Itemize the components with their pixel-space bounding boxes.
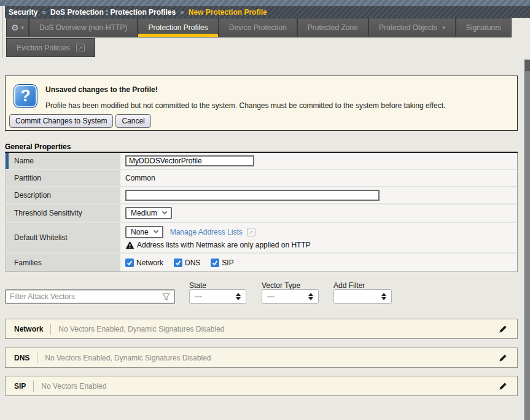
tab-label: DoS Overview (non-HTTP) — [39, 23, 127, 32]
row-label: Description — [14, 191, 51, 200]
table-row-partition: Partition Common — [6, 170, 517, 187]
vertical-scrollbar[interactable] — [524, 60, 530, 420]
external-link-icon: ↗ — [76, 44, 85, 52]
partition-value-cell: Common — [122, 170, 517, 186]
tab-protected-objects[interactable]: Protected Objects ▾ — [368, 18, 456, 37]
funnel-icon — [162, 293, 170, 301]
general-properties-heading: General Properties — [5, 142, 71, 151]
families-label-cell: Families — [6, 254, 122, 271]
partition-value: Common — [125, 174, 155, 182]
state-filter-select[interactable]: --- — [189, 289, 246, 304]
section-status: No Vectors Enabled, Dynamic Signatures D… — [45, 354, 211, 362]
threshold-selected-value: Medium — [131, 209, 157, 217]
table-row-threshold: Threshold Sensitivity Medium — [6, 204, 517, 223]
checkbox-sip[interactable] — [211, 259, 219, 267]
checkbox-label: SIP — [222, 259, 233, 267]
checkbox-dns[interactable] — [174, 259, 182, 267]
breadcrumb-separator: » — [180, 8, 184, 17]
row-label: Partition — [14, 174, 41, 182]
add-filter-select[interactable] — [333, 289, 392, 304]
up-down-arrows-icon — [308, 293, 313, 300]
edit-network-button[interactable] — [499, 325, 507, 333]
section-name: Network — [14, 325, 43, 333]
pencil-icon — [499, 354, 507, 362]
partition-label-cell: Partition — [6, 170, 122, 186]
chevron-down-icon: ▾ — [442, 25, 445, 31]
manage-address-lists-link[interactable]: Manage Address Lists — [170, 228, 243, 236]
checkbox-network[interactable] — [125, 259, 134, 267]
checkbox-label: Network — [136, 259, 163, 267]
external-link-icon: ↗ — [247, 228, 255, 236]
checkbox-label: DNS — [185, 259, 200, 267]
section-status: No Vectors Enabled — [41, 382, 106, 391]
tab-bar-row1: ⚙ ▾ DoS Overview (non-HTTP) Protection P… — [6, 18, 512, 37]
page: Security » DoS Protection : Protection P… — [0, 0, 530, 420]
edit-dns-button[interactable] — [499, 354, 507, 362]
state-filter-label: State — [189, 281, 206, 290]
up-down-arrows-icon — [236, 293, 241, 300]
tab-dos-overview[interactable]: DoS Overview (non-HTTP) — [29, 18, 138, 37]
breadcrumb-separator: » — [42, 8, 46, 17]
netmask-warning: Address lists with Netmask are only appl… — [125, 241, 311, 249]
sip-section-panel[interactable]: SIP No Vectors Enabled — [5, 376, 518, 396]
tab-options-gear[interactable]: ⚙ ▾ — [6, 18, 29, 37]
table-row-name: Name — [6, 153, 517, 170]
cancel-button[interactable]: Cancel — [115, 114, 150, 128]
section-name: DNS — [14, 354, 29, 362]
chevron-down-icon — [153, 228, 158, 233]
table-row-families: Families Network DNS — [6, 254, 517, 271]
tab-label: Protected Zone — [308, 23, 358, 32]
row-label: Threshold Sensitivity — [14, 209, 82, 217]
filter-attack-vectors-wrap — [5, 289, 175, 304]
tab-eviction-policies[interactable]: Eviction Policies ↗ — [6, 38, 95, 57]
threshold-select[interactable]: Medium — [125, 207, 172, 219]
add-filter-label: Add Filter — [333, 281, 365, 290]
divider — [37, 352, 37, 364]
divider — [33, 381, 34, 392]
tab-protected-zone[interactable]: Protected Zone — [297, 18, 368, 37]
scrollbar-thumb[interactable] — [525, 60, 530, 71]
tab-device-protection[interactable]: Device Protection — [219, 18, 297, 37]
description-field[interactable] — [125, 190, 380, 201]
pencil-icon — [499, 325, 507, 333]
row-label: Families — [14, 259, 42, 267]
tab-label: Device Protection — [229, 23, 287, 32]
breadcrumb-path: DoS Protection : Protection Profiles — [50, 8, 176, 17]
network-section-panel[interactable]: Network No Vectors Enabled, Dynamic Sign… — [5, 319, 518, 339]
edit-sip-button[interactable] — [499, 382, 507, 391]
breadcrumb-section: Security — [9, 8, 37, 17]
breadcrumb-current: New Protection Profile — [189, 8, 267, 17]
active-row-accent — [6, 153, 9, 169]
tab-signatures[interactable]: Signatures — [456, 18, 512, 37]
section-name: SIP — [14, 382, 26, 391]
vector-type-filter-select[interactable]: --- — [262, 289, 319, 304]
threshold-value-cell: Medium — [122, 204, 517, 222]
breadcrumb: Security » DoS Protection : Protection P… — [5, 6, 530, 18]
state-selected-value: --- — [195, 292, 202, 301]
name-label-cell: Name — [6, 153, 122, 169]
dns-section-panel[interactable]: DNS No Vectors Enabled, Dynamic Signatur… — [5, 348, 518, 368]
whitelist-select[interactable]: None — [125, 226, 163, 238]
vector-type-selected-value: --- — [267, 292, 275, 301]
name-field[interactable] — [125, 155, 254, 166]
whitelist-value-cell: None Manage Address Lists ↗ Address list… — [122, 223, 517, 252]
name-value-cell — [122, 153, 517, 169]
unsaved-changes-notice: ? Unsaved changes to the Profile! Profil… — [5, 76, 518, 131]
tab-label: Protection Profiles — [148, 23, 208, 32]
table-row-description: Description — [6, 187, 517, 204]
tab-protection-profiles[interactable]: Protection Profiles — [138, 18, 218, 37]
row-label: Default Whitelist — [14, 233, 68, 242]
top-stripe-band — [0, 0, 530, 6]
tab-label: Signatures — [466, 23, 501, 32]
tab-label: Protected Objects — [379, 23, 437, 32]
divider — [50, 324, 51, 335]
description-label-cell: Description — [6, 187, 122, 203]
notice-body: Profile has been modified but not commit… — [45, 101, 445, 110]
filter-attack-vectors-input[interactable] — [10, 292, 162, 301]
chevron-down-icon — [162, 209, 166, 214]
general-properties-table: Name Partition Common Description — [5, 153, 518, 272]
chevron-down-icon: ▾ — [21, 25, 25, 31]
commit-changes-button[interactable]: Commit Changes to System — [9, 114, 113, 128]
whitelist-label-cell: Default Whitelist — [6, 223, 122, 252]
description-value-cell — [122, 187, 517, 203]
